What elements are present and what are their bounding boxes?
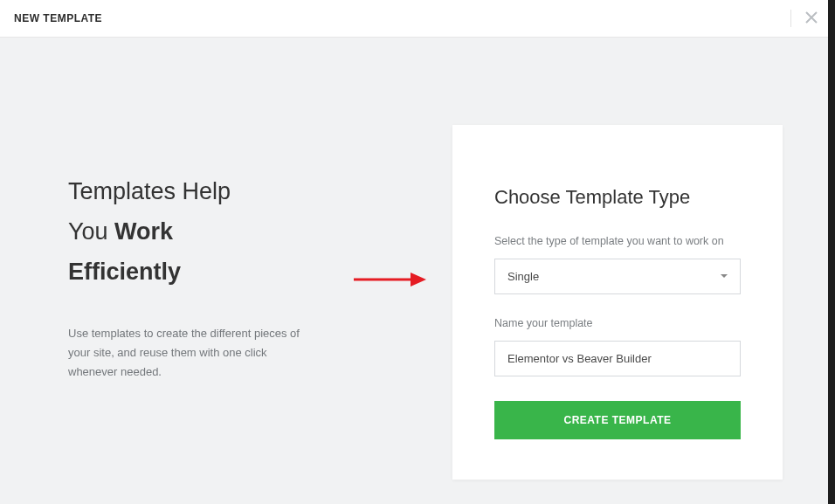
headline-bold-1: Work bbox=[114, 218, 173, 245]
template-type-label: Select the type of template you want to … bbox=[494, 233, 741, 250]
dialog-body: Templates Help You Work Efficiently Use … bbox=[0, 38, 835, 504]
template-name-input[interactable] bbox=[494, 341, 741, 376]
headline-line-2a: You bbox=[68, 218, 114, 245]
headline-line-1: Templates Help bbox=[68, 178, 231, 204]
header-actions bbox=[790, 7, 821, 30]
dialog-header: NEW TEMPLATE bbox=[0, 0, 835, 38]
close-icon[interactable] bbox=[802, 7, 821, 30]
form-title: Choose Template Type bbox=[494, 186, 741, 209]
headline: Templates Help You Work Efficiently bbox=[68, 172, 330, 293]
template-type-value: Single bbox=[507, 270, 539, 283]
side-edge bbox=[828, 0, 835, 504]
headline-bold-2: Efficiently bbox=[68, 259, 181, 285]
template-name-label: Name your template bbox=[494, 315, 741, 332]
chevron-down-icon bbox=[721, 274, 728, 278]
template-type-select-wrap: Single bbox=[494, 259, 741, 294]
create-template-button[interactable]: CREATE TEMPLATE bbox=[494, 401, 741, 439]
headline-subtext: Use templates to create the different pi… bbox=[68, 324, 313, 382]
dialog-title: NEW TEMPLATE bbox=[14, 12, 102, 24]
template-type-select[interactable]: Single bbox=[494, 259, 741, 294]
info-column: Templates Help You Work Efficiently Use … bbox=[68, 125, 330, 382]
separator bbox=[790, 10, 791, 27]
form-card: Choose Template Type Select the type of … bbox=[452, 125, 783, 480]
